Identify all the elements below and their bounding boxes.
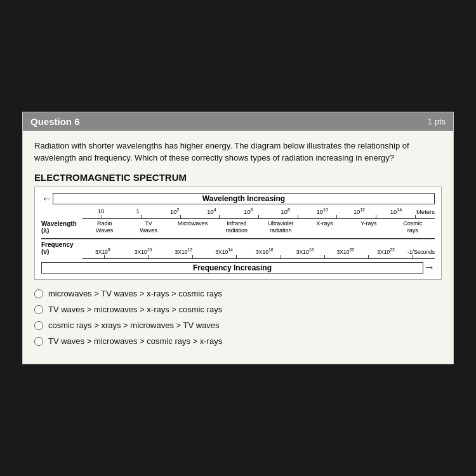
type-xrays: X-rays (303, 220, 347, 234)
screen: Question 6 1 pts Radiation with shorter … (0, 0, 476, 476)
card-header: Question 6 1 pts (23, 112, 453, 131)
type-yrays: Y-rays (347, 220, 390, 234)
options-container: microwaves > TV waves > x-rays > cosmic … (34, 289, 442, 346)
spectrum-title: ELECTROMAGNETIC SPECTRUM (34, 172, 442, 183)
option-b[interactable]: TV waves > microwaves > x-rays > cosmic … (34, 305, 442, 314)
option-d-text: TV waves > microwaves > cosmic rays > x-… (48, 336, 222, 346)
option-a[interactable]: microwaves > TV waves > x-rays > cosmic … (34, 289, 442, 298)
type-ultraviolet: Ultravioletradiation (259, 220, 303, 234)
option-a-text: microwaves > TV waves > x-rays > cosmic … (48, 289, 222, 298)
option-c[interactable]: cosmic rays > xrays > microwaves > TV wa… (34, 321, 442, 330)
type-tv: TVWaves (126, 220, 170, 234)
wavelength-label: Wavelength (41, 220, 83, 227)
question-title: Question 6 (30, 116, 80, 127)
spectrum-diagram: ← Wavelength Increasing 10 1 102 104 106… (34, 187, 442, 281)
question-text: Radiation with shorter wavelengths has h… (34, 140, 442, 164)
radio-a[interactable] (34, 289, 43, 298)
per-seconds-label: -1/Seconds (406, 249, 435, 255)
option-b-text: TV waves > microwaves > x-rays > cosmic … (48, 305, 222, 314)
type-radio: RadioWaves (83, 220, 126, 234)
meters-label: Meters (414, 208, 435, 215)
radio-c[interactable] (34, 321, 43, 330)
option-c-text: cosmic rays > xrays > microwaves > TV wa… (48, 321, 220, 330)
type-microwaves: Microwaves (171, 220, 215, 234)
card-body: Radiation with shorter wavelengths has h… (23, 131, 453, 364)
type-infrared: Infraredradiation (215, 220, 258, 234)
wavelength-increasing-bar: Wavelength Increasing (53, 193, 435, 204)
radio-b[interactable] (34, 305, 43, 314)
points-label: 1 pts (428, 117, 446, 126)
frequency-label: Frequency (41, 241, 83, 248)
frequency-increasing-bar: Frequency Increasing (41, 262, 423, 274)
type-cosmic: Cosmicrays (391, 220, 435, 234)
wavelength-symbol: (λ) (41, 227, 83, 234)
option-d[interactable]: TV waves > microwaves > cosmic rays > x-… (34, 336, 442, 346)
question-card: Question 6 1 pts Radiation with shorter … (22, 112, 454, 365)
frequency-symbol: (ν) (41, 248, 83, 255)
radio-d[interactable] (34, 337, 43, 346)
